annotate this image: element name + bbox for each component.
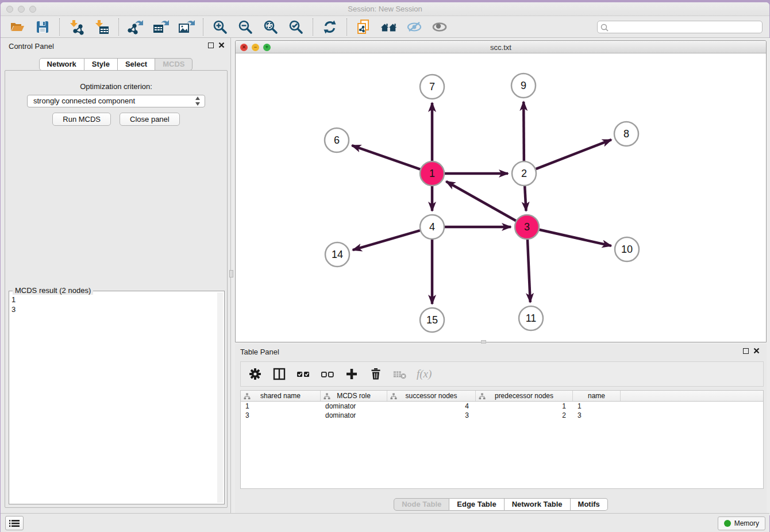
edge-3-11[interactable] [528, 240, 530, 302]
network-titlebar[interactable]: ✕ − + scc.txt [236, 41, 766, 53]
criterion-dropdown[interactable]: strongly connected component [27, 95, 205, 107]
column-header-shared-name[interactable]: shared name [241, 391, 321, 401]
function-builder-icon[interactable]: f(x) [417, 368, 432, 380]
edge-2-8[interactable] [536, 140, 611, 169]
tab-edge-table[interactable]: Edge Table [449, 498, 504, 511]
show-graphics-icon[interactable] [431, 18, 448, 36]
edge-4-14[interactable] [353, 230, 420, 250]
cell-shared-name[interactable]: 3 [241, 411, 321, 420]
edge-1-6[interactable] [352, 145, 420, 169]
node-6[interactable]: 6 [325, 128, 349, 152]
column-label: shared name [260, 392, 301, 400]
network-view-frame: ✕ − + scc.txt 7968124314101511 [235, 40, 767, 342]
close-panel-button[interactable]: Close panel [120, 113, 180, 126]
tab-node-table[interactable]: Node Table [394, 498, 449, 511]
criterion-value: strongly connected component [33, 97, 135, 105]
delete-column-icon[interactable] [368, 367, 383, 381]
edge-3-10[interactable] [539, 230, 611, 246]
memory-button[interactable]: Memory [718, 516, 765, 530]
tab-select[interactable]: Select [118, 58, 155, 71]
close-panel-icon[interactable] [218, 42, 225, 48]
export-image-icon[interactable] [178, 18, 195, 36]
cell-shared-name[interactable]: 1 [241, 402, 321, 411]
window-titlebar: Session: New Session [1, 2, 769, 16]
node-table: shared nameMCDS rolesuccessor nodesprede… [240, 390, 764, 489]
column-label: MCDS role [337, 392, 371, 400]
refresh-icon[interactable] [321, 18, 338, 36]
search-input[interactable] [611, 22, 758, 32]
node-8[interactable]: 8 [614, 122, 638, 146]
table-row[interactable]: 3dominator323 [241, 411, 763, 420]
cell-MCDS-role[interactable]: dominator [321, 402, 387, 411]
node-3[interactable]: 3 [515, 215, 539, 239]
mcds-result-title: MCDS result (2 nodes) [13, 286, 93, 295]
cell-successor-nodes[interactable]: 4 [387, 402, 476, 411]
export-network-icon[interactable] [127, 18, 144, 36]
list-icon [9, 519, 20, 527]
float-panel-icon[interactable] [208, 43, 214, 48]
column-header-predecessor-nodes[interactable]: predecessor nodes [476, 391, 573, 401]
node-9[interactable]: 9 [511, 74, 536, 98]
node-2[interactable]: 2 [512, 161, 536, 186]
duplicate-network-icon[interactable] [355, 18, 372, 36]
open-session-icon[interactable] [9, 18, 26, 36]
zoom-out-icon[interactable] [237, 18, 254, 36]
split-columns-icon[interactable] [272, 367, 287, 381]
tab-network[interactable]: Network [39, 58, 84, 71]
result-scrollbar[interactable] [217, 292, 223, 503]
edge-3-1[interactable] [446, 182, 515, 221]
status-bar: Memory [1, 513, 769, 532]
cell-predecessor-nodes[interactable]: 1 [476, 402, 573, 411]
home-layout-icon[interactable] [380, 18, 398, 36]
delete-table-icon[interactable] [392, 367, 407, 381]
column-header-MCDS-role[interactable]: MCDS role [321, 391, 387, 401]
zoom-selected-icon[interactable] [287, 18, 305, 36]
add-column-icon[interactable] [344, 367, 359, 381]
node-label: 8 [623, 128, 629, 140]
cell-predecessor-nodes[interactable]: 2 [476, 411, 573, 420]
run-mcds-button[interactable]: Run MCDS [52, 113, 111, 126]
hide-graphics-icon[interactable] [406, 18, 423, 36]
select-all-icon[interactable] [296, 367, 311, 381]
edge-2-9[interactable] [523, 102, 524, 161]
edge-2-3[interactable] [525, 186, 526, 211]
zoom-in-icon[interactable] [211, 18, 229, 36]
vertical-split-handle[interactable] [229, 270, 233, 277]
cell-name[interactable]: 3 [573, 411, 621, 420]
node-15[interactable]: 15 [420, 308, 444, 332]
node-1[interactable]: 1 [420, 161, 444, 186]
close-table-panel-icon[interactable] [753, 348, 760, 354]
gear-icon[interactable] [248, 367, 263, 381]
horizontal-split-handle[interactable] [481, 340, 486, 344]
cell-MCDS-role[interactable]: dominator [321, 411, 387, 420]
cell-successor-nodes[interactable]: 3 [387, 411, 476, 420]
tab-style[interactable]: Style [84, 58, 118, 71]
node-14[interactable]: 14 [325, 242, 349, 267]
app-window: Session: New Session [1, 2, 769, 532]
node-4[interactable]: 4 [420, 215, 444, 239]
save-session-icon[interactable] [34, 18, 51, 36]
column-header-successor-nodes[interactable]: successor nodes [387, 391, 476, 401]
node-10[interactable]: 10 [615, 237, 639, 261]
table-row[interactable]: 1dominator411 [241, 402, 763, 411]
node-11[interactable]: 11 [519, 306, 543, 330]
control-panel-title: Control Panel [9, 42, 54, 51]
tab-mcds[interactable]: MCDS [155, 58, 192, 71]
tab-motifs[interactable]: Motifs [571, 498, 608, 511]
search-box[interactable] [597, 21, 763, 33]
node-7[interactable]: 7 [420, 75, 444, 99]
cell-name[interactable]: 1 [573, 402, 621, 411]
column-header-name[interactable]: name [573, 391, 621, 401]
table-panel-title: Table Panel [240, 348, 279, 356]
tab-network-table[interactable]: Network Table [505, 498, 571, 511]
export-table-icon[interactable] [152, 18, 170, 36]
import-table-icon[interactable] [93, 18, 110, 36]
import-network-icon[interactable] [68, 18, 85, 36]
network-graph[interactable]: 7968124314101511 [236, 53, 766, 342]
network-view-title: scc.txt [236, 43, 766, 52]
task-history-button[interactable] [5, 516, 24, 530]
deselect-all-icon[interactable] [320, 367, 335, 381]
zoom-fit-icon[interactable] [262, 18, 279, 36]
network-canvas[interactable]: 7968124314101511 [236, 53, 766, 342]
float-table-panel-icon[interactable] [743, 348, 749, 354]
